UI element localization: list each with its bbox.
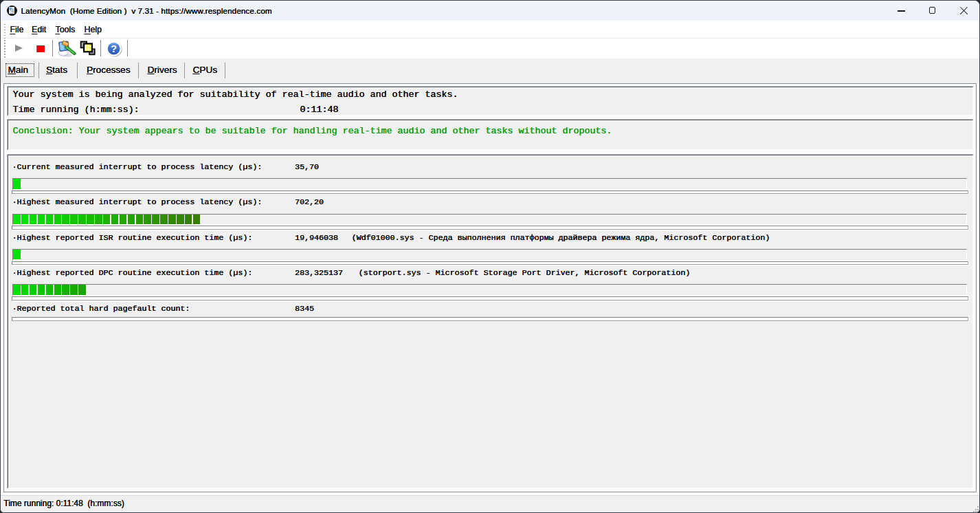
svg-text:?: ? (111, 43, 117, 54)
